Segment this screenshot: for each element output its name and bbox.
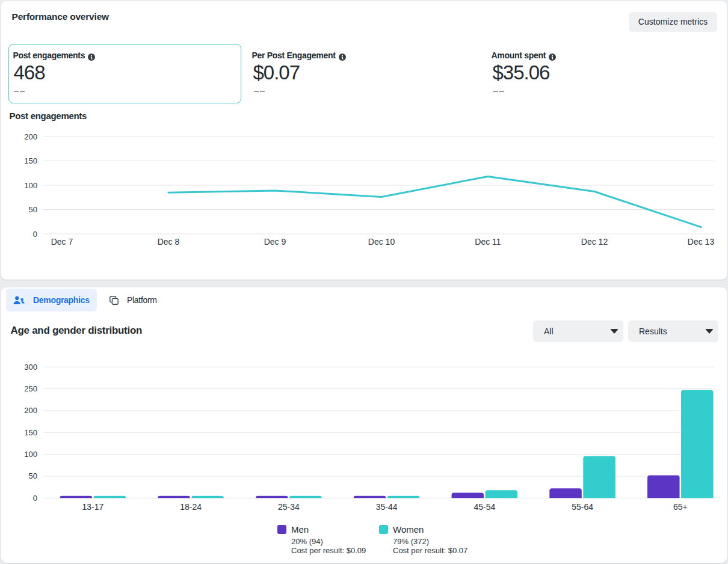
svg-text:13-17: 13-17 — [82, 502, 103, 512]
svg-text:300: 300 — [24, 363, 37, 372]
svg-text:50: 50 — [29, 205, 37, 214]
performance-overview-title: Performance overview — [12, 12, 109, 22]
svg-text:50: 50 — [29, 471, 37, 480]
svg-text:Dec 8: Dec 8 — [158, 237, 180, 247]
metric-value: $0.07 — [253, 63, 300, 82]
breakdown-dropdown[interactable]: All — [533, 320, 623, 342]
legend-share: 20% (94) — [291, 538, 323, 545]
svg-text:45-54: 45-54 — [474, 502, 495, 512]
metric-label: Per Post Engagement — [252, 51, 336, 60]
svg-text:250: 250 — [24, 384, 37, 393]
tab-demographics[interactable]: Demographics — [6, 289, 97, 311]
svg-text:35-44: 35-44 — [376, 502, 398, 512]
metric-delta — [254, 91, 265, 92]
svg-text:65+: 65+ — [673, 502, 688, 512]
performance-overview-card: Performance overview Customize metrics P… — [1, 1, 727, 280]
age-gender-bar-chart: 05010015020025030013-1718-2425-3435-4445… — [1, 361, 727, 517]
post-engagements-line-chart: 050100150200Dec 7Dec 8Dec 9Dec 10Dec 11D… — [1, 130, 727, 260]
svg-text:Dec 12: Dec 12 — [581, 237, 608, 247]
metric-delta — [14, 91, 25, 92]
svg-text:55-64: 55-64 — [572, 502, 593, 512]
legend-cost: Cost per result: $0.09 — [291, 547, 366, 554]
age-gender-title: Age and gender distribution — [11, 325, 143, 336]
svg-text:Dec 10: Dec 10 — [368, 237, 395, 247]
info-icon[interactable] — [339, 52, 346, 60]
metric-delta — [493, 91, 504, 92]
legend-name: Men — [291, 525, 309, 534]
demographics-card: Demographics Platform Age and gender dis… — [1, 287, 727, 563]
metric-label: Post engagements — [13, 51, 85, 60]
svg-text:Dec 13: Dec 13 — [688, 237, 715, 247]
dropdown-value: All — [544, 326, 554, 336]
legend-share: 79% (372) — [393, 538, 429, 545]
metric-value: $35.06 — [493, 63, 550, 82]
svg-text:100: 100 — [24, 181, 37, 190]
layers-icon — [110, 296, 119, 305]
metric-card-per-post-engagement[interactable]: Per Post Engagement $0.07 — [241, 44, 474, 103]
tab-platform[interactable]: Platform — [101, 289, 165, 311]
legend-cost: Cost per result: $0.07 — [393, 547, 467, 554]
people-icon — [13, 296, 25, 305]
customize-metrics-button[interactable]: Customize metrics — [629, 12, 717, 32]
svg-text:200: 200 — [24, 406, 37, 415]
men-swatch — [277, 525, 286, 534]
info-icon[interactable] — [88, 52, 95, 60]
metric-dropdown[interactable]: Results — [628, 320, 718, 342]
svg-text:25-34: 25-34 — [278, 502, 300, 512]
metric-card-post-engagements[interactable]: Post engagements 468 — [8, 44, 241, 103]
svg-text:Dec 7: Dec 7 — [51, 237, 73, 247]
svg-text:100: 100 — [24, 450, 37, 459]
svg-text:150: 150 — [24, 156, 37, 165]
metric-value: 468 — [14, 63, 45, 82]
chevron-down-icon — [705, 329, 714, 334]
tab-label: Platform — [127, 295, 157, 305]
tab-label: Demographics — [33, 295, 90, 305]
svg-text:0: 0 — [33, 494, 37, 503]
metric-label: Amount spent — [492, 51, 546, 60]
svg-text:150: 150 — [24, 428, 37, 437]
svg-text:Dec 9: Dec 9 — [264, 237, 286, 247]
legend-name: Women — [393, 525, 424, 534]
dropdown-value: Results — [639, 326, 667, 336]
women-swatch — [379, 525, 388, 534]
svg-text:Dec 11: Dec 11 — [475, 237, 501, 247]
chevron-down-icon — [610, 329, 618, 334]
line-chart-title: Post engagements — [10, 111, 87, 120]
metric-card-amount-spent[interactable]: Amount spent $35.06 — [481, 44, 714, 103]
svg-text:0: 0 — [33, 230, 37, 239]
info-icon[interactable] — [549, 52, 556, 60]
svg-text:200: 200 — [24, 132, 37, 141]
svg-text:18-24: 18-24 — [180, 502, 202, 512]
